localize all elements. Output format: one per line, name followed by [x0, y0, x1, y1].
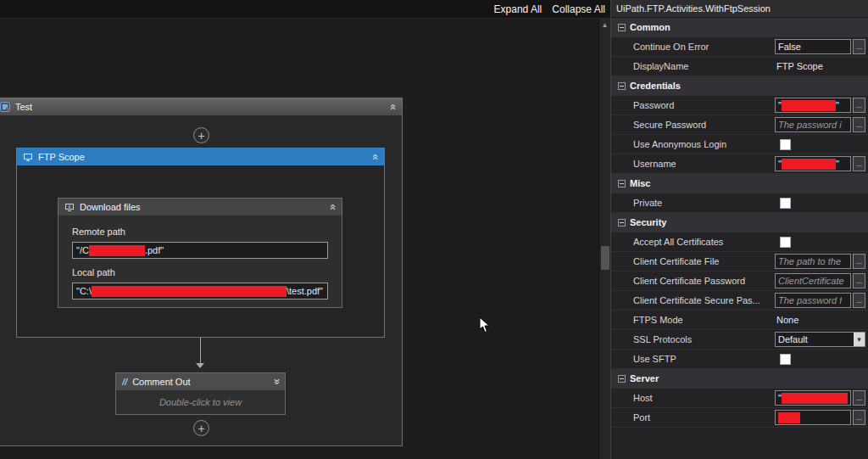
canvas-vertical-scrollbar[interactable]	[598, 19, 610, 459]
sequence-icon	[0, 102, 10, 112]
value-textbox[interactable]	[775, 410, 851, 425]
local-path-input[interactable]: "C:\ \test.pdf"	[72, 283, 328, 299]
property-row-username: Username""...	[611, 154, 868, 174]
ellipsis-button[interactable]: ...	[853, 39, 865, 54]
chevron-down-icon[interactable]	[854, 333, 865, 346]
redacted-value	[778, 412, 800, 423]
value-textbox[interactable]: The password i	[775, 117, 851, 132]
property-value: "...	[775, 389, 865, 407]
mouse-cursor	[479, 316, 491, 333]
value-textbox[interactable]: ""	[775, 156, 851, 171]
designer-toolbar: Expand All Collapse All	[0, 0, 610, 19]
ftp-scope-header[interactable]: FTP Scope	[17, 148, 384, 165]
value-textbox[interactable]: ClientCertificate	[775, 273, 851, 288]
property-value: The password i...	[775, 115, 865, 134]
checkbox[interactable]	[780, 198, 791, 209]
property-row-private: Private	[611, 193, 868, 213]
property-value	[775, 350, 865, 368]
sequence-test[interactable]: Test FTP Scope Do	[0, 98, 403, 446]
sequence-title: Test	[15, 102, 32, 112]
section-label: Security	[630, 217, 666, 227]
property-row-continue-on-error: Continue On ErrorFalse...	[611, 37, 868, 57]
collapse-section-icon[interactable]	[618, 219, 626, 227]
activity-ftp-scope[interactable]: FTP Scope Download files Remote path	[16, 148, 385, 338]
ellipsis-button[interactable]: ...	[853, 293, 865, 308]
collapse-section-icon[interactable]	[618, 180, 626, 188]
property-value	[775, 193, 865, 212]
add-activity-button-top[interactable]	[193, 127, 209, 143]
activity-download-files[interactable]: Download files Remote path "/C .pdf" Loc…	[58, 198, 342, 308]
workflow-canvas[interactable]: Test FTP Scope Do	[0, 19, 598, 459]
property-row-client-certificate-file: Client Certificate FileThe path to the..…	[611, 252, 868, 271]
ftp-scope-icon	[23, 153, 33, 162]
remote-path-text-prefix: "/C	[76, 245, 89, 255]
add-activity-button-bottom[interactable]	[193, 420, 209, 436]
ssl-protocols-dropdown[interactable]: Default	[775, 332, 865, 347]
value-textbox[interactable]: ""	[775, 98, 851, 113]
collapse-section-icon[interactable]	[618, 24, 626, 31]
remote-path-label: Remote path	[72, 227, 328, 237]
placeholder-text: The password i	[778, 120, 842, 130]
section-header-common[interactable]: Common	[611, 18, 868, 37]
property-value: ""...	[775, 96, 865, 115]
comment-out-body[interactable]: Double-click to view	[116, 390, 285, 414]
value-text: None	[775, 315, 798, 325]
ellipsis-button[interactable]: ...	[853, 390, 865, 406]
property-row-ftps-mode: FTPS ModeNone	[611, 311, 868, 330]
expand-all-button[interactable]: Expand All	[494, 3, 542, 15]
collapse-chevron-icon[interactable]	[372, 153, 378, 161]
activity-comment-out[interactable]: // Comment Out Double-click to view	[115, 372, 286, 415]
checkbox[interactable]	[780, 237, 791, 248]
section-header-credentials[interactable]: Credentials	[611, 76, 868, 96]
property-row-accept-all-certificates: Accept All Certificates	[611, 232, 868, 252]
ftp-scope-title: FTP Scope	[38, 152, 85, 162]
ellipsis-button[interactable]: ...	[853, 410, 865, 425]
property-row-use-anonymous-login: Use Anonymous Login	[611, 135, 868, 154]
section-label: Credentials	[630, 81, 681, 91]
section-header-misc[interactable]: Misc	[611, 174, 868, 193]
collapse-chevron-icon[interactable]	[330, 203, 336, 211]
section-label: Server	[630, 373, 659, 383]
sequence-test-header[interactable]: Test	[0, 98, 402, 115]
value-textbox[interactable]: The path to the	[775, 254, 851, 269]
ellipsis-button[interactable]: ...	[853, 117, 865, 132]
comment-out-icon: //	[122, 377, 127, 387]
collapse-section-icon[interactable]	[618, 375, 626, 383]
property-value: Default	[775, 330, 865, 349]
checkbox[interactable]	[780, 139, 791, 150]
comment-out-header[interactable]: // Comment Out	[116, 373, 285, 390]
placeholder-text: The password f	[778, 295, 842, 305]
property-row-use-sftp: Use SFTP	[611, 350, 868, 369]
properties-rows: CommonContinue On ErrorFalse...DisplayNa…	[611, 18, 868, 428]
ellipsis-button[interactable]: ...	[853, 254, 865, 269]
value-textbox[interactable]: The password f	[775, 293, 851, 308]
expand-chevron-icon[interactable]	[273, 378, 279, 386]
remote-path-input[interactable]: "/C .pdf"	[72, 242, 328, 259]
collapse-all-button[interactable]: Collapse All	[552, 3, 605, 15]
property-row-ssl-protocols: SSL ProtocolsDefault	[611, 330, 868, 350]
download-files-title: Download files	[80, 202, 141, 212]
property-value: FTP Scope	[775, 57, 865, 76]
ellipsis-button[interactable]: ...	[853, 98, 865, 113]
local-path-label: Local path	[72, 267, 328, 277]
placeholder-text: The path to the	[778, 256, 841, 266]
section-header-server[interactable]: Server	[611, 369, 868, 389]
ellipsis-button[interactable]: ...	[853, 273, 865, 288]
checkbox[interactable]	[780, 354, 791, 365]
property-value: ...	[775, 408, 865, 427]
properties-panel-title: UiPath.FTP.Activities.WithFtpSession	[611, 0, 868, 18]
scroll-up-icon[interactable]	[599, 21, 610, 29]
scrollbar-thumb[interactable]	[601, 246, 609, 270]
ellipsis-button[interactable]: ...	[853, 156, 865, 171]
local-path-text-prefix: "C:\	[76, 286, 92, 296]
quote-mark: "	[836, 100, 839, 110]
section-header-security[interactable]: Security	[611, 213, 868, 232]
properties-panel: UiPath.FTP.Activities.WithFtpSession Com…	[610, 0, 868, 459]
download-files-header[interactable]: Download files	[58, 199, 342, 216]
connector-arrowhead-icon	[196, 363, 204, 368]
value-textbox[interactable]: "	[775, 390, 851, 406]
value-textbox[interactable]: False	[775, 39, 851, 54]
collapse-section-icon[interactable]	[618, 82, 626, 90]
collapse-chevron-icon[interactable]	[390, 103, 396, 111]
property-value: False...	[775, 37, 865, 56]
